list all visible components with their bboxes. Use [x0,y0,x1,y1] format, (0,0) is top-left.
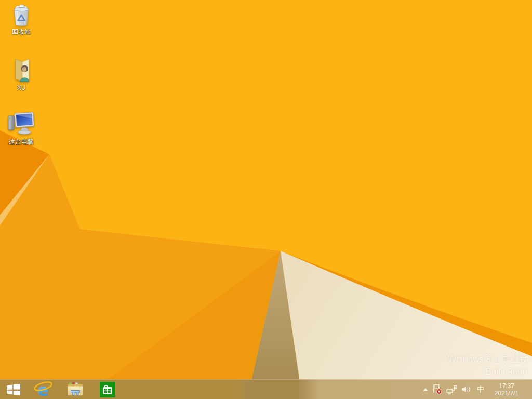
desktop-icon-this-pc[interactable]: 这台电脑 [1,111,42,145]
windows-logo-icon [7,384,20,395]
windows-watermark: Windows 8.1 专业版 Build 9600 [448,353,527,378]
network-button[interactable] [446,380,457,399]
wallpaper [0,0,532,399]
desktop-icon-recycle-bin[interactable]: 回收站 [1,3,42,35]
watermark-build: Build 9600 [448,366,527,378]
desktop: 回收站 XU [0,0,532,399]
flag-alert-icon [432,384,442,395]
clock[interactable]: 17:37 2021/7/1 [490,380,523,399]
taskbar: e [0,379,532,399]
taskbar-internet-explorer-button[interactable]: e [27,380,59,399]
tray-expand-button[interactable] [423,380,428,399]
desktop-icon-label: XU [17,84,26,91]
desktop-icon-label: 这台电脑 [9,138,34,145]
taskbar-store-button[interactable] [91,380,124,399]
chevron-up-icon [423,388,428,391]
file-explorer-icon [66,381,85,397]
volume-button[interactable] [461,380,471,399]
store-icon [100,382,115,397]
watermark-edition: Windows 8.1 专业版 [448,353,527,366]
action-center-button[interactable] [432,380,442,399]
desktop-icon-label: 回收站 [12,28,31,35]
system-tray: 中 17:37 2021/7/1 [423,380,532,399]
ime-indicator[interactable]: 中 [475,380,486,399]
tray-date: 2021/7/1 [495,390,519,397]
this-pc-icon [7,111,36,137]
start-button[interactable] [0,380,27,399]
tray-time: 17:37 [495,382,519,390]
internet-explorer-icon: e [33,381,53,398]
taskbar-file-explorer-button[interactable] [59,380,91,399]
recycle-bin-icon [11,3,32,27]
speaker-icon [461,385,471,394]
network-icon [446,385,457,394]
user-folder-icon [11,57,32,83]
desktop-icon-user-folder[interactable]: XU [1,57,42,91]
